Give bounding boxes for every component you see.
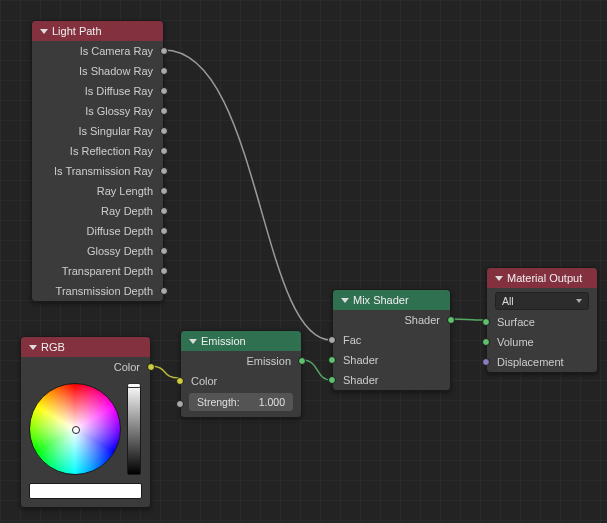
node-emission[interactable]: Emission Emission Color Strength: 1.000 [180, 330, 302, 418]
node-header-light-path[interactable]: Light Path [32, 21, 163, 41]
node-material-output[interactable]: Material Output All Surface Volume Displ… [486, 267, 598, 373]
socket-in-color[interactable] [176, 377, 184, 385]
output-is-shadow-ray: Is Shadow Ray [32, 61, 163, 81]
strength-label: Strength: [197, 396, 240, 408]
output-mode-select[interactable]: All [495, 292, 589, 310]
node-title: Material Output [507, 272, 582, 284]
collapse-toggle-icon[interactable] [341, 298, 349, 303]
socket-out-transmission-depth[interactable] [160, 287, 168, 295]
strength-value: 1.000 [259, 396, 285, 408]
output-is-glossy-ray: Is Glossy Ray [32, 101, 163, 121]
output-transmission-depth: Transmission Depth [32, 281, 163, 301]
node-title: Light Path [52, 25, 102, 37]
collapse-toggle-icon[interactable] [189, 339, 197, 344]
collapse-toggle-icon[interactable] [495, 276, 503, 281]
socket-in-shader-1[interactable] [328, 356, 336, 364]
node-header-mix-shader[interactable]: Mix Shader [333, 290, 450, 310]
value-slider[interactable] [127, 383, 141, 475]
socket-out-is-shadow-ray[interactable] [160, 67, 168, 75]
output-mix-shader: Shader [333, 310, 450, 330]
node-header-material-output[interactable]: Material Output [487, 268, 597, 288]
output-ray-length: Ray Length [32, 181, 163, 201]
output-is-camera-ray: Is Camera Ray [32, 41, 163, 61]
socket-out-transparent-depth[interactable] [160, 267, 168, 275]
chevron-down-icon [576, 299, 582, 303]
socket-in-surface[interactable] [482, 318, 490, 326]
input-volume: Volume [487, 332, 597, 352]
socket-out-is-transmission-ray[interactable] [160, 167, 168, 175]
socket-in-strength[interactable] [176, 400, 184, 408]
collapse-toggle-icon[interactable] [29, 345, 37, 350]
input-fac: Fac [333, 330, 450, 350]
socket-out-is-reflection-ray[interactable] [160, 147, 168, 155]
color-swatch[interactable] [29, 483, 142, 499]
socket-in-volume[interactable] [482, 338, 490, 346]
output-diffuse-depth: Diffuse Depth [32, 221, 163, 241]
socket-in-displacement[interactable] [482, 358, 490, 366]
output-mode-value: All [502, 295, 514, 307]
node-title: Emission [201, 335, 246, 347]
output-ray-depth: Ray Depth [32, 201, 163, 221]
output-is-reflection-ray: Is Reflection Ray [32, 141, 163, 161]
color-wheel-cursor-icon [72, 426, 80, 434]
socket-out-is-glossy-ray[interactable] [160, 107, 168, 115]
input-displacement: Displacement [487, 352, 597, 372]
socket-out-is-camera-ray[interactable] [160, 47, 168, 55]
node-header-emission[interactable]: Emission [181, 331, 301, 351]
socket-out-diffuse-depth[interactable] [160, 227, 168, 235]
socket-out-glossy-depth[interactable] [160, 247, 168, 255]
output-rgb-color: Color [21, 357, 150, 377]
socket-out-is-singular-ray[interactable] [160, 127, 168, 135]
output-is-diffuse-ray: Is Diffuse Ray [32, 81, 163, 101]
socket-out-ray-length[interactable] [160, 187, 168, 195]
input-emission-color: Color [181, 371, 301, 391]
input-surface: Surface [487, 312, 597, 332]
output-glossy-depth: Glossy Depth [32, 241, 163, 261]
output-transparent-depth: Transparent Depth [32, 261, 163, 281]
collapse-toggle-icon[interactable] [40, 29, 48, 34]
socket-out-color[interactable] [147, 363, 155, 371]
socket-in-shader-2[interactable] [328, 376, 336, 384]
node-header-rgb[interactable]: RGB [21, 337, 150, 357]
socket-out-is-diffuse-ray[interactable] [160, 87, 168, 95]
output-is-transmission-ray: Is Transmission Ray [32, 161, 163, 181]
output-emission: Emission [181, 351, 301, 371]
node-rgb[interactable]: RGB Color [20, 336, 151, 508]
color-wheel[interactable] [29, 383, 121, 475]
node-title: Mix Shader [353, 294, 409, 306]
node-title: RGB [41, 341, 65, 353]
socket-out-shader[interactable] [447, 316, 455, 324]
socket-out-emission[interactable] [298, 357, 306, 365]
socket-out-ray-depth[interactable] [160, 207, 168, 215]
socket-in-fac[interactable] [328, 336, 336, 344]
output-is-singular-ray: Is Singular Ray [32, 121, 163, 141]
value-slider-thumb[interactable] [127, 383, 141, 388]
input-shader-2: Shader [333, 370, 450, 390]
input-shader-1: Shader [333, 350, 450, 370]
strength-field[interactable]: Strength: 1.000 [189, 393, 293, 411]
node-light-path[interactable]: Light Path Is Camera Ray Is Shadow Ray I… [31, 20, 164, 302]
node-mix-shader[interactable]: Mix Shader Shader Fac Shader Shader [332, 289, 451, 391]
